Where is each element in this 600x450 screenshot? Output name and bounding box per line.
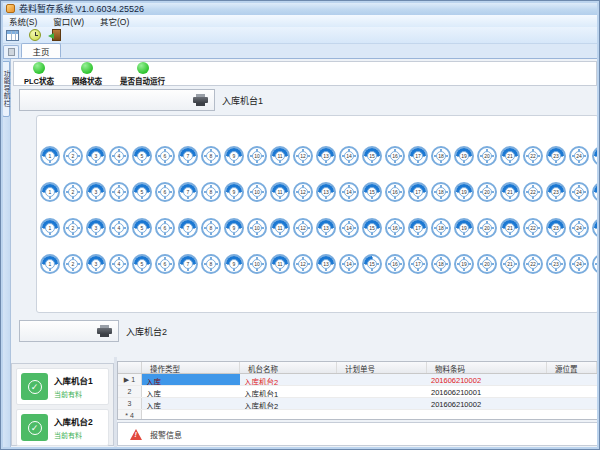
reel-slot[interactable]: 15: [362, 254, 382, 274]
reel-slot[interactable]: 12: [293, 254, 313, 274]
reel-slot[interactable]: 19: [454, 218, 474, 238]
reel-slot[interactable]: 21: [500, 218, 520, 238]
reel-slot[interactable]: 23: [546, 182, 566, 202]
reel-slot[interactable]: 9: [224, 146, 244, 166]
reel-slot[interactable]: 10: [247, 218, 267, 238]
reel-slot[interactable]: 8: [201, 254, 221, 274]
table-cell[interactable]: 入库机台2: [240, 374, 337, 385]
reel-slot[interactable]: 17: [408, 254, 428, 274]
table-cell[interactable]: 入库机台1: [240, 386, 337, 397]
reel-slot[interactable]: 3: [86, 146, 106, 166]
reel-slot[interactable]: 22: [523, 254, 543, 274]
table-cell[interactable]: [547, 398, 597, 409]
tab-home[interactable]: 主页: [21, 43, 61, 58]
reel-slot[interactable]: 22: [523, 146, 543, 166]
column-header[interactable]: 源位置: [547, 362, 597, 373]
reel-slot[interactable]: 7: [178, 218, 198, 238]
reel-slot[interactable]: 4: [109, 218, 129, 238]
table-cell[interactable]: [240, 410, 337, 420]
table-row[interactable]: 3入库入库机台2201606210002: [118, 398, 597, 410]
reel-slot[interactable]: 10: [247, 146, 267, 166]
reel-slot[interactable]: 21: [500, 182, 520, 202]
table-cell[interactable]: [142, 410, 240, 420]
reel-slot[interactable]: 9: [224, 182, 244, 202]
column-header[interactable]: 计划单号: [337, 362, 427, 373]
machine2-button[interactable]: [19, 320, 119, 342]
reel-slot[interactable]: 13: [316, 218, 336, 238]
table-cell[interactable]: 入库机台2: [240, 398, 337, 409]
reel-slot[interactable]: 10: [247, 254, 267, 274]
reel-slot[interactable]: 18: [431, 218, 451, 238]
dock-vertical-tab[interactable]: 功能导航栏: [2, 61, 10, 117]
reel-slot[interactable]: 21: [500, 254, 520, 274]
reel-slot[interactable]: 21: [500, 146, 520, 166]
table-cell[interactable]: 入库: [142, 398, 240, 409]
reel-slot[interactable]: 7: [178, 254, 198, 274]
reel-slot[interactable]: 5: [132, 182, 152, 202]
table-cell[interactable]: 201606210002: [427, 374, 547, 385]
reel-slot[interactable]: 18: [431, 146, 451, 166]
reel-slot[interactable]: 8: [201, 182, 221, 202]
reel-slot[interactable]: 5: [132, 146, 152, 166]
tab-document-icon[interactable]: [3, 45, 19, 58]
table-cell[interactable]: 入库: [142, 374, 240, 385]
reel-slot[interactable]: 20: [477, 146, 497, 166]
reel-slot[interactable]: 19: [454, 146, 474, 166]
table-cell[interactable]: [547, 410, 597, 420]
reel-slot[interactable]: 24: [569, 146, 589, 166]
reel-slot[interactable]: 3: [86, 218, 106, 238]
reel-slot[interactable]: 25: [592, 218, 599, 238]
reel-slot[interactable]: 4: [109, 182, 129, 202]
table-cell[interactable]: [337, 374, 427, 385]
table-cell[interactable]: 201606210002: [427, 398, 547, 409]
reel-slot[interactable]: 23: [546, 218, 566, 238]
reel-slot[interactable]: 12: [293, 146, 313, 166]
reel-slot[interactable]: 8: [201, 146, 221, 166]
table-row[interactable]: 2入库入库机台1201606210001: [118, 386, 597, 398]
reel-slot[interactable]: 14: [339, 218, 359, 238]
reel-slot[interactable]: 18: [431, 254, 451, 274]
reel-slot[interactable]: 15: [362, 146, 382, 166]
menu-other[interactable]: 其它(O): [92, 15, 137, 27]
reel-slot[interactable]: 3: [86, 254, 106, 274]
reel-slot[interactable]: 2: [63, 254, 83, 274]
reel-slot[interactable]: 14: [339, 182, 359, 202]
reel-slot[interactable]: 1: [40, 218, 60, 238]
reel-slot[interactable]: 10: [247, 182, 267, 202]
reel-slot[interactable]: 25: [592, 182, 599, 202]
table-cell[interactable]: [337, 386, 427, 397]
reel-slot[interactable]: 16: [385, 254, 405, 274]
reel-slot[interactable]: 6: [155, 218, 175, 238]
reel-slot[interactable]: 5: [132, 254, 152, 274]
reel-slot[interactable]: 19: [454, 254, 474, 274]
reel-slot[interactable]: 19: [454, 182, 474, 202]
reel-slot[interactable]: 24: [569, 182, 589, 202]
menu-system[interactable]: 系统(S): [1, 15, 45, 27]
reel-slot[interactable]: 7: [178, 182, 198, 202]
machine1-button[interactable]: [19, 89, 215, 111]
reel-slot[interactable]: 15: [362, 218, 382, 238]
reel-slot[interactable]: 7: [178, 146, 198, 166]
table-cell[interactable]: [427, 410, 547, 420]
reel-slot[interactable]: 14: [339, 254, 359, 274]
reel-slot[interactable]: 18: [431, 182, 451, 202]
reel-slot[interactable]: 20: [477, 254, 497, 274]
reel-slot[interactable]: 4: [109, 254, 129, 274]
reel-slot[interactable]: 12: [293, 218, 313, 238]
reel-slot[interactable]: 17: [408, 218, 428, 238]
reel-slot[interactable]: 24: [569, 218, 589, 238]
reel-slot[interactable]: 11: [270, 218, 290, 238]
column-header[interactable]: 物料条码: [427, 362, 547, 373]
menu-window[interactable]: 窗口(W): [45, 15, 92, 27]
reel-slot[interactable]: 12: [293, 182, 313, 202]
reel-slot[interactable]: 4: [109, 146, 129, 166]
reel-slot[interactable]: 11: [270, 182, 290, 202]
reel-slot[interactable]: 2: [63, 146, 83, 166]
reel-slot[interactable]: 11: [270, 146, 290, 166]
reel-slot[interactable]: 15: [362, 182, 382, 202]
table-cell[interactable]: [547, 374, 597, 385]
reel-slot[interactable]: 6: [155, 254, 175, 274]
reel-slot[interactable]: 1: [40, 182, 60, 202]
reel-slot[interactable]: 8: [201, 218, 221, 238]
table-cell[interactable]: [547, 386, 597, 397]
